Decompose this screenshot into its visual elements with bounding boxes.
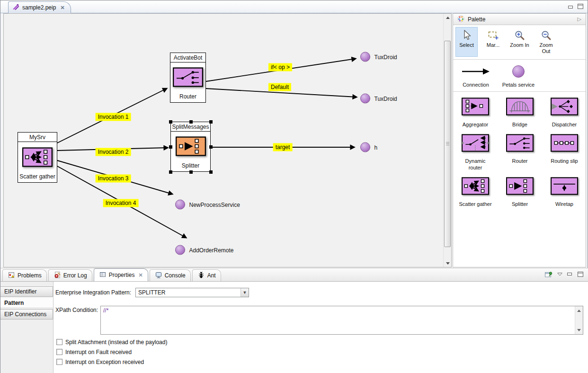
scroll-up-icon[interactable] [575, 307, 583, 314]
service-endpoint-tuxdroid[interactable]: TuxDroid [360, 52, 397, 62]
checkbox-icon[interactable] [56, 359, 62, 365]
checkbox-icon[interactable] [56, 339, 62, 345]
connection-label[interactable]: Invocation 4 [103, 199, 139, 207]
selection-handle[interactable] [209, 170, 213, 174]
router-icon [173, 67, 203, 89]
error-log-icon [53, 271, 61, 280]
scroll-down-icon[interactable] [575, 326, 583, 334]
node-title: SplitMessages [171, 122, 210, 132]
palette-pattern-splitter[interactable]: Splitter [498, 177, 542, 207]
properties-view: EIP IdentifierPatternEIP Connections Ent… [0, 282, 588, 373]
selection-handle[interactable] [169, 120, 172, 124]
eip-pattern-select[interactable]: SPLITTER ▼ [135, 288, 249, 297]
palette-pattern-dynamic-router[interactable]: Dynamic router [453, 134, 498, 171]
palette-collapse-arrow-icon[interactable]: ▷ [578, 16, 581, 22]
checkbox-split-attachment-instead-of-the-payload[interactable]: Split Attachment (instead of the payload… [56, 337, 167, 347]
node-mysrv[interactable]: MySrv Scatter gather [18, 132, 57, 183]
service-endpoint-h[interactable]: h [360, 142, 378, 152]
palette-tool-connection[interactable]: Connection [456, 64, 496, 88]
close-icon[interactable]: ✕ [60, 5, 64, 11]
xpath-scrollbar[interactable] [575, 306, 583, 334]
zoom-out-icon [541, 29, 552, 42]
tab-ant[interactable]: Ant [192, 269, 221, 281]
connection-label[interactable]: Invocation 1 [96, 113, 131, 121]
splitter-icon [506, 177, 534, 196]
palette-pattern-routing-slip[interactable]: Routing slip [542, 134, 587, 171]
selection-handle[interactable] [189, 170, 193, 174]
tab-properties[interactable]: Properties✕ [94, 268, 148, 281]
bottom-view-panel: ProblemsError LogProperties✕ConsoleAnt E… [0, 268, 588, 373]
bottom-tab-list: ProblemsError LogProperties✕ConsoleAnt [2, 268, 223, 281]
scrollbar-thumb[interactable] [444, 41, 451, 247]
service-endpoint-newprocessservice[interactable]: NewProcessService [175, 200, 240, 210]
tab-console[interactable]: Console [150, 269, 191, 281]
connection-label[interactable]: if< op > [268, 63, 292, 71]
select-cursor-icon [461, 29, 472, 42]
properties-form: Enterprise Integration Pattern: SPLITTER… [53, 282, 588, 373]
editor-tab-title: sample2.peip [22, 4, 56, 11]
close-icon[interactable]: ✕ [138, 272, 143, 278]
palette-tool-zoom-out[interactable]: Zoom Out [535, 27, 557, 57]
connection-label[interactable]: target [273, 143, 293, 151]
zoom-in-icon [514, 29, 526, 42]
router-icon [506, 134, 534, 153]
checkbox-interrupt-on-fault-received[interactable]: Interrupt on Fault received [56, 347, 167, 357]
palette-pattern-wiretap[interactable]: Wiretap [542, 177, 587, 207]
diagram-canvas[interactable]: Invocation 1Invocation 2Invocation 3Invo… [4, 14, 443, 267]
maximize-icon[interactable] [578, 4, 584, 11]
canvas-vertical-scrollbar[interactable] [443, 14, 451, 267]
palette-pattern-bridge[interactable]: Bridge [498, 98, 542, 128]
xpath-condition-input[interactable]: //* [100, 306, 583, 335]
scatter-gather-icon [462, 177, 489, 196]
properties-section-eip-identifier[interactable]: EIP Identifier [0, 286, 53, 297]
connection-label[interactable]: Invocation 3 [96, 175, 131, 183]
selection-handle[interactable] [169, 145, 172, 149]
connection-label[interactable]: Invocation 2 [96, 148, 131, 156]
palette-header: Palette ▷ [453, 14, 586, 25]
palette-connection-list: ConnectionPetals service [453, 60, 586, 92]
maximize-view-icon[interactable] [578, 272, 584, 277]
palette-tool-mar[interactable]: Mar... [482, 27, 504, 57]
petals-service-icon [360, 142, 370, 152]
minimize-icon[interactable] [568, 4, 574, 11]
chevron-down-icon[interactable]: ▼ [241, 288, 249, 297]
checkbox-icon[interactable] [56, 349, 62, 355]
minimize-view-icon[interactable] [567, 272, 573, 276]
scroll-down-icon[interactable] [444, 259, 452, 267]
palette-pattern-aggregator[interactable]: Aggregator [453, 98, 498, 128]
palette-tool-zoom-in[interactable]: Zoom In [508, 27, 531, 57]
service-endpoint-addorderremote[interactable]: AddOrderRemote [175, 245, 234, 255]
application-window: sample2.peip ✕ Invocation 1Invocation 2I… [0, 0, 588, 373]
tab-problems[interactable]: Problems [2, 269, 47, 281]
editor-tab-bar: sample2.peip ✕ [0, 0, 588, 13]
pin-view-icon[interactable] [544, 271, 552, 278]
petals-service-icon [175, 245, 185, 255]
view-menu-icon[interactable] [557, 273, 562, 276]
properties-section-eip-connections[interactable]: EIP Connections [0, 309, 53, 320]
editor-tab-sample2-peip[interactable]: sample2.peip ✕ [8, 1, 71, 13]
node-splitmessages[interactable]: SplitMessages Splitter [170, 122, 211, 172]
palette-tool-list: SelectMar...Zoom InZoom Out [453, 25, 586, 60]
checkbox-interrupt-on-exception-received[interactable]: Interrupt on Exception received [56, 357, 167, 367]
node-activatebot[interactable]: ActivateBot Router [170, 53, 206, 103]
connection-label[interactable]: Default [268, 83, 291, 91]
selection-handle[interactable] [209, 145, 213, 149]
checkbox-list: Split Attachment (instead of the payload… [56, 337, 167, 367]
palette-pattern-list: AggregatorBridgeDispatcherDynamic router… [453, 92, 586, 207]
palette-tool-select[interactable]: Select [455, 27, 478, 57]
scroll-up-icon[interactable] [444, 14, 452, 21]
service-endpoint-tuxdroid[interactable]: TuxDroid [360, 94, 397, 104]
tab-error-log[interactable]: Error Log [48, 269, 92, 281]
palette-pattern-dispatcher[interactable]: Dispatcher [542, 98, 587, 128]
dynamic-router-icon [462, 134, 489, 153]
view-toolbar [544, 271, 588, 281]
selection-handle[interactable] [189, 120, 193, 124]
palette-pattern-router[interactable]: Router [498, 134, 542, 171]
palette-pattern-scatter-gather[interactable]: Scatter gather [453, 177, 498, 207]
selection-handle[interactable] [209, 120, 213, 124]
properties-section-pattern[interactable]: Pattern [0, 298, 53, 308]
palette-tool-petals-service[interactable]: Petals service [499, 64, 538, 88]
problems-icon [8, 271, 15, 280]
splitter-icon [176, 136, 206, 158]
selection-handle[interactable] [169, 170, 172, 174]
